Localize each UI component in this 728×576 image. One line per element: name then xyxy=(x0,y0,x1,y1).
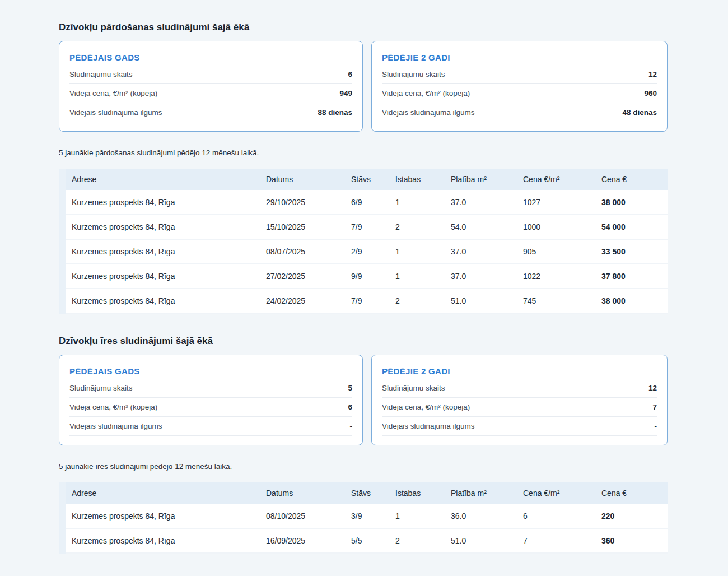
cell-cena-m2: 745 xyxy=(517,289,595,313)
stat-value: 6 xyxy=(348,70,352,78)
sales-table-caption: 5 jaunākie pārdošanas sludinājumi pēdējo… xyxy=(59,148,668,157)
table-row: Kurzemes prospekts 84, Rīga 15/10/2025 7… xyxy=(66,215,668,239)
table-row: Kurzemes prospekts 84, Rīga 24/02/2025 7… xyxy=(66,289,668,313)
cell-cena: 38 000 xyxy=(595,289,668,313)
column-header-adrese: Adrese xyxy=(66,482,260,504)
stat-label: Vidējā cena, €/m² (kopējā) xyxy=(69,403,157,411)
cell-istabas: 1 xyxy=(389,504,445,528)
stat-row: Vidējā cena, €/m² (kopējā) 949 xyxy=(69,84,352,103)
column-header-platiba: Platība m² xyxy=(445,482,517,504)
cell-adrese: Kurzemes prospekts 84, Rīga xyxy=(66,239,260,264)
cell-platiba: 37.0 xyxy=(445,190,517,215)
cell-adrese: Kurzemes prospekts 84, Rīga xyxy=(66,264,260,289)
cell-cena-m2: 7 xyxy=(517,528,595,553)
sales-section: Dzīvokļu pārdošanas sludinājumi šajā ēkā… xyxy=(59,22,668,314)
stat-value: 6 xyxy=(348,403,352,411)
stat-value: - xyxy=(655,422,657,430)
card-title: PĒDĒJAIS GADS xyxy=(69,366,352,376)
cell-cena: 220 xyxy=(595,504,668,528)
cell-stavs: 7/9 xyxy=(345,289,389,313)
stat-value: 12 xyxy=(648,384,657,392)
column-header-stavs: Stāvs xyxy=(345,482,389,504)
stat-label: Vidējais sludinājuma ilgums xyxy=(382,108,475,117)
cell-platiba: 37.0 xyxy=(445,264,517,289)
sales-card-last-2-years: PĒDĒJIE 2 GADI Sludinājumu skaits 12 Vid… xyxy=(371,41,668,132)
cell-stavs: 6/9 xyxy=(345,190,389,215)
rent-card-last-year: PĒDĒJAIS GADS Sludinājumu skaits 5 Vidēj… xyxy=(59,355,363,445)
cell-cena-m2: 1022 xyxy=(517,264,595,289)
rent-section-title: Dzīvokļu īres sludinājumi šajā ēkā xyxy=(59,336,668,346)
cell-platiba: 54.0 xyxy=(445,215,517,239)
stat-value: 88 dienas xyxy=(318,108,352,117)
column-header-datums: Datums xyxy=(260,169,345,190)
cell-platiba: 36.0 xyxy=(445,504,517,528)
rent-table-caption: 5 jaunākie īres sludinājumi pēdējo 12 mē… xyxy=(59,462,668,471)
cell-datums: 08/10/2025 xyxy=(260,504,345,528)
column-header-cena: Cena € xyxy=(595,169,668,190)
cell-stavs: 3/9 xyxy=(345,504,389,528)
cell-adrese: Kurzemes prospekts 84, Rīga xyxy=(66,289,260,313)
rent-table: Adrese Datums Stāvs Istabas Platība m² C… xyxy=(59,482,668,554)
sales-stat-cards: PĒDĒJAIS GADS Sludinājumu skaits 6 Vidēj… xyxy=(59,41,668,132)
cell-istabas: 1 xyxy=(389,264,445,289)
cell-cena-m2: 1000 xyxy=(517,215,595,239)
cell-stavs: 7/9 xyxy=(345,215,389,239)
stat-label: Vidējais sludinājuma ilgums xyxy=(69,108,162,117)
cell-cena-m2: 905 xyxy=(517,239,595,264)
stat-value: 5 xyxy=(348,384,352,392)
cell-cena: 37 800 xyxy=(595,264,668,289)
stat-label: Vidējā cena, €/m² (kopējā) xyxy=(382,403,470,411)
cell-datums: 15/10/2025 xyxy=(260,215,345,239)
cell-istabas: 1 xyxy=(389,190,445,215)
column-header-adrese: Adrese xyxy=(66,169,260,190)
column-header-istabas: Istabas xyxy=(389,482,445,504)
stat-label: Vidējais sludinājuma ilgums xyxy=(382,422,475,430)
column-header-cena-m2: Cena €/m² xyxy=(517,482,595,504)
rent-stat-cards: PĒDĒJAIS GADS Sludinājumu skaits 5 Vidēj… xyxy=(59,355,668,445)
sales-section-title: Dzīvokļu pārdošanas sludinājumi šajā ēkā xyxy=(59,22,668,32)
cell-datums: 27/02/2025 xyxy=(260,264,345,289)
table-row: Kurzemes prospekts 84, Rīga 08/10/2025 3… xyxy=(66,504,668,528)
table-row: Kurzemes prospekts 84, Rīga 27/02/2025 9… xyxy=(66,264,668,289)
stat-row: Sludinājumu skaits 12 xyxy=(382,379,657,398)
card-title: PĒDĒJAIS GADS xyxy=(69,53,352,62)
rent-card-last-2-years: PĒDĒJIE 2 GADI Sludinājumu skaits 12 Vid… xyxy=(371,355,668,445)
cell-adrese: Kurzemes prospekts 84, Rīga xyxy=(66,190,260,215)
cell-istabas: 2 xyxy=(389,528,445,553)
cell-cena: 54 000 xyxy=(595,215,668,239)
cell-cena-m2: 1027 xyxy=(517,190,595,215)
cell-stavs: 5/5 xyxy=(345,528,389,553)
card-title: PĒDĒJIE 2 GADI xyxy=(382,53,657,62)
stat-row: Vidējā cena, €/m² (kopējā) 960 xyxy=(382,84,657,103)
stat-row: Vidējais sludinājuma ilgums - xyxy=(69,417,352,436)
column-header-platiba: Platība m² xyxy=(445,169,517,190)
sales-table: Adrese Datums Stāvs Istabas Platība m² C… xyxy=(59,169,668,314)
stat-value: 960 xyxy=(644,89,657,97)
stat-label: Sludinājumu skaits xyxy=(382,70,445,78)
stat-row: Sludinājumu skaits 5 xyxy=(69,379,352,398)
cell-platiba: 51.0 xyxy=(445,289,517,313)
stat-label: Vidējā cena, €/m² (kopējā) xyxy=(69,89,157,97)
card-title: PĒDĒJIE 2 GADI xyxy=(382,366,657,376)
table-row: Kurzemes prospekts 84, Rīga 29/10/2025 6… xyxy=(66,190,668,215)
cell-adrese: Kurzemes prospekts 84, Rīga xyxy=(66,504,260,528)
stat-label: Sludinājumu skaits xyxy=(69,384,133,392)
stat-value: 48 dienas xyxy=(622,108,657,117)
stat-label: Sludinājumu skaits xyxy=(69,70,133,78)
stat-label: Sludinājumu skaits xyxy=(382,384,445,392)
table-row: Kurzemes prospekts 84, Rīga 08/07/2025 2… xyxy=(66,239,668,264)
cell-cena: 360 xyxy=(595,528,668,553)
cell-platiba: 37.0 xyxy=(445,239,517,264)
stat-value: 949 xyxy=(339,89,352,97)
cell-adrese: Kurzemes prospekts 84, Rīga xyxy=(66,528,260,553)
stat-label: Vidējais sludinājuma ilgums xyxy=(69,422,162,430)
cell-datums: 29/10/2025 xyxy=(260,190,345,215)
stat-row: Sludinājumu skaits 6 xyxy=(69,65,352,84)
building-listings-stats-page: Dzīvokļu pārdošanas sludinājumi šajā ēkā… xyxy=(59,0,668,554)
cell-stavs: 2/9 xyxy=(345,239,389,264)
cell-cena: 33 500 xyxy=(595,239,668,264)
column-header-cena-m2: Cena €/m² xyxy=(517,169,595,190)
cell-istabas: 1 xyxy=(389,239,445,264)
column-header-cena: Cena € xyxy=(595,482,668,504)
cell-cena: 38 000 xyxy=(595,190,668,215)
